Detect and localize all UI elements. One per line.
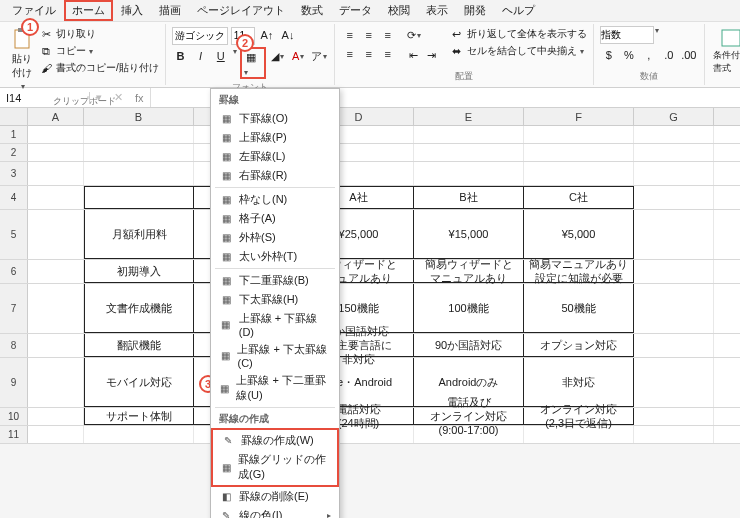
cell[interactable] — [634, 210, 714, 259]
row-header[interactable]: 11 — [0, 426, 28, 443]
percent-icon[interactable]: % — [620, 46, 638, 64]
align-left-icon[interactable]: ≡ — [341, 45, 359, 63]
cell[interactable] — [28, 186, 84, 209]
menu-file[interactable]: ファイル — [4, 1, 64, 20]
col-header-A[interactable]: A — [28, 108, 84, 125]
erase-border-item[interactable]: ◧罫線の削除(E) — [211, 487, 339, 506]
menu-dev[interactable]: 開発 — [456, 1, 494, 20]
select-all-corner[interactable] — [0, 108, 28, 125]
border-option[interactable]: ▦下二重罫線(B) — [211, 271, 339, 290]
cell[interactable] — [634, 144, 714, 161]
cell[interactable]: 文書作成機能 — [84, 284, 194, 333]
cell[interactable] — [84, 126, 194, 143]
name-box[interactable]: I14 — [0, 92, 90, 104]
currency-icon[interactable]: $ — [600, 46, 618, 64]
menu-review[interactable]: 校閲 — [380, 1, 418, 20]
border-option[interactable]: ▦下太罫線(H) — [211, 290, 339, 309]
align-bot-icon[interactable]: ≡ — [379, 26, 397, 44]
col-header-G[interactable]: G — [634, 108, 714, 125]
cell[interactable]: 簡易マニュアルあり 設定に知識が必要 — [524, 260, 634, 283]
merge-center-button[interactable]: ⬌セルを結合して中央揃え▾ — [449, 43, 587, 59]
cell[interactable] — [634, 358, 714, 407]
fx-cancel-icon[interactable]: ✕ — [108, 91, 129, 104]
row-header[interactable]: 2 — [0, 144, 28, 161]
cell[interactable] — [634, 162, 714, 185]
cell[interactable] — [414, 162, 524, 185]
border-option[interactable]: ▦格子(A) — [211, 209, 339, 228]
border-option[interactable]: ▦上罫線 + 下罫線(D) — [211, 309, 339, 340]
border-option[interactable]: ▦上罫線 + 下太罫線(C) — [211, 340, 339, 371]
cell[interactable] — [524, 162, 634, 185]
row-header[interactable]: 8 — [0, 334, 28, 357]
cut-button[interactable]: ✂切り取り — [38, 26, 159, 42]
cell[interactable]: 翻訳機能 — [84, 334, 194, 357]
align-center-icon[interactable]: ≡ — [360, 45, 378, 63]
cell[interactable] — [28, 260, 84, 283]
cell[interactable] — [524, 144, 634, 161]
cell[interactable]: 月額利用料 — [84, 210, 194, 259]
indent-inc-icon[interactable]: ⇥ — [423, 46, 441, 64]
cell[interactable]: 50機能 — [524, 284, 634, 333]
cell[interactable]: 初期導入 — [84, 260, 194, 283]
cell[interactable] — [84, 426, 194, 443]
row-header[interactable]: 7 — [0, 284, 28, 333]
menu-draw[interactable]: 描画 — [151, 1, 189, 20]
draw-border-option[interactable]: ▦罫線グリッドの作成(G) — [213, 450, 337, 484]
fill-color-button[interactable]: ◢▾ — [269, 47, 286, 65]
col-header-F[interactable]: F — [524, 108, 634, 125]
draw-border-option[interactable]: ✎罫線の作成(W) — [213, 431, 337, 450]
border-option[interactable]: ▦上罫線(P) — [211, 128, 339, 147]
cell[interactable] — [414, 144, 524, 161]
border-option[interactable]: ▦外枠(S) — [211, 228, 339, 247]
border-option[interactable]: ▦右罫線(R) — [211, 166, 339, 185]
cell[interactable] — [634, 284, 714, 333]
underline-button[interactable]: U — [212, 47, 229, 65]
row-header[interactable]: 4 — [0, 186, 28, 209]
paste-button[interactable]: 貼り付け▾ — [10, 26, 34, 93]
decrease-font-icon[interactable]: A↓ — [279, 26, 297, 44]
copy-button[interactable]: ⧉コピー▾ — [38, 43, 159, 59]
menu-insert[interactable]: 挿入 — [113, 1, 151, 20]
row-header[interactable]: 1 — [0, 126, 28, 143]
cell[interactable]: 簡易ウィザードと マニュアルあり — [414, 260, 524, 283]
cell[interactable]: モバイル対応 — [84, 358, 194, 407]
cell[interactable] — [28, 144, 84, 161]
align-right-icon[interactable]: ≡ — [379, 45, 397, 63]
align-top-icon[interactable]: ≡ — [341, 26, 359, 44]
menu-data[interactable]: データ — [331, 1, 380, 20]
menu-home[interactable]: ホーム — [64, 0, 113, 21]
format-painter-button[interactable]: 🖌書式のコピー/貼り付け — [38, 60, 159, 76]
line-color-item[interactable]: ✎線の色(I)▸ — [211, 506, 339, 518]
menu-formula[interactable]: 数式 — [293, 1, 331, 20]
cell[interactable] — [634, 126, 714, 143]
cell[interactable] — [414, 126, 524, 143]
cell[interactable]: オンライン対応 (2,3日で返信) — [524, 408, 634, 425]
cell[interactable]: 非対応 — [524, 358, 634, 407]
cell[interactable] — [634, 260, 714, 283]
menu-help[interactable]: ヘルプ — [494, 1, 543, 20]
cond-format-button[interactable]: 条件付き 書式 — [711, 26, 740, 77]
cell[interactable] — [524, 426, 634, 443]
italic-button[interactable]: I — [192, 47, 209, 65]
increase-font-icon[interactable]: A↑ — [258, 26, 276, 44]
fx-icon[interactable]: fx — [129, 92, 150, 104]
menu-pagelayout[interactable]: ページレイアウト — [189, 1, 293, 20]
cell[interactable]: オプション対応 — [524, 334, 634, 357]
cell[interactable] — [28, 334, 84, 357]
border-option[interactable]: ▦枠なし(N) — [211, 190, 339, 209]
row-header[interactable]: 5 — [0, 210, 28, 259]
orientation-icon[interactable]: ⟳▾ — [405, 26, 423, 44]
cell[interactable] — [28, 162, 84, 185]
cell[interactable] — [84, 186, 194, 209]
border-option[interactable]: ▦上罫線 + 下二重罫線(U) — [211, 371, 339, 405]
cell[interactable] — [634, 334, 714, 357]
row-header[interactable]: 9 — [0, 358, 28, 407]
row-header[interactable]: 3 — [0, 162, 28, 185]
border-option[interactable]: ▦左罫線(L) — [211, 147, 339, 166]
dec-decimal-icon[interactable]: .00 — [680, 46, 698, 64]
border-option[interactable]: ▦太い外枠(T) — [211, 247, 339, 266]
cell[interactable]: B社 — [414, 186, 524, 209]
bold-button[interactable]: B — [172, 47, 189, 65]
cell[interactable]: ¥15,000 — [414, 210, 524, 259]
font-color-button[interactable]: A▾ — [290, 47, 307, 65]
